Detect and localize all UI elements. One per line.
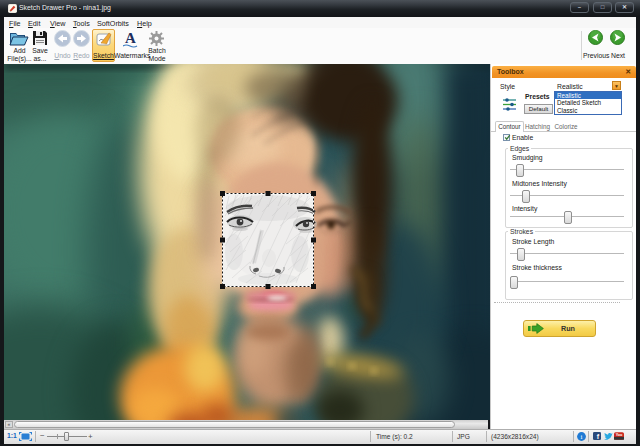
svg-text:i: i bbox=[581, 433, 583, 441]
svg-text:You: You bbox=[616, 433, 623, 437]
